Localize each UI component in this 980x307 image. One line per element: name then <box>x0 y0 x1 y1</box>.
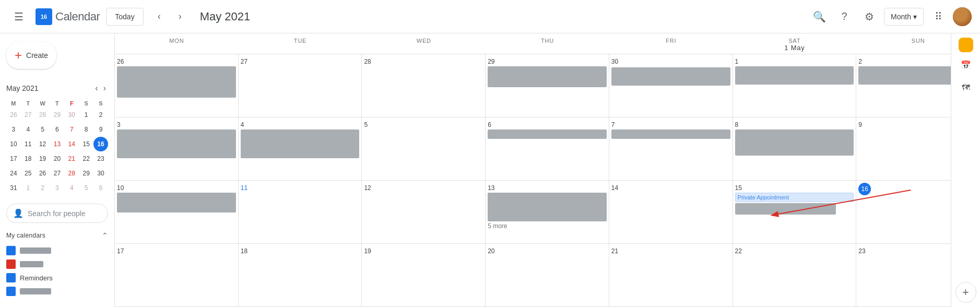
day-may-11[interactable]: 11 <box>239 181 362 243</box>
next-month-button[interactable]: › <box>171 7 190 26</box>
event-block[interactable] <box>611 129 730 139</box>
mini-day[interactable]: 27 <box>50 166 65 181</box>
mini-day[interactable]: 9 <box>93 122 108 137</box>
menu-button[interactable]: ☰ <box>8 6 29 27</box>
day-may-4[interactable]: 4 <box>239 117 362 180</box>
mini-day[interactable]: 8 <box>79 122 93 137</box>
event-block[interactable] <box>488 129 607 139</box>
day-apr-29[interactable]: 29 <box>486 54 609 117</box>
mini-day[interactable]: 4 <box>21 122 36 137</box>
view-selector[interactable]: Month ▾ <box>884 8 924 26</box>
mini-day[interactable]: 26 <box>6 108 21 122</box>
day-may-17[interactable]: 17 <box>115 244 239 306</box>
mini-day[interactable]: 29 <box>79 166 93 181</box>
day-apr-28[interactable]: 28 <box>362 54 486 117</box>
day-may-19[interactable]: 19 <box>362 244 486 306</box>
day-may-13[interactable]: 13 5 more <box>486 181 609 243</box>
mini-day[interactable]: 10 <box>6 137 21 151</box>
mini-day[interactable]: 31 <box>6 181 21 195</box>
search-people-input[interactable]: 👤 Search for people <box>6 204 108 223</box>
mini-day[interactable]: 22 <box>79 151 93 166</box>
search-button[interactable]: 🔍 <box>809 6 830 27</box>
my-calendars-collapse[interactable]: ⌃ <box>102 231 108 240</box>
day-may-1[interactable]: 1 <box>733 54 857 117</box>
mini-day[interactable]: 23 <box>93 151 108 166</box>
private-appointment-event[interactable]: Private Appointment <box>735 193 854 202</box>
day-may-15[interactable]: 15 Private Appointment <box>733 181 857 243</box>
right-icon-map[interactable]: 🗺 <box>955 77 976 98</box>
mini-day[interactable]: 3 <box>6 122 21 137</box>
event-block[interactable] <box>735 129 854 156</box>
day-may-7[interactable]: 7 <box>609 117 733 180</box>
day-may-18[interactable]: 18 <box>239 244 362 306</box>
calendar-checkbox-1[interactable] <box>6 246 16 255</box>
mini-prev-button[interactable]: ‹ <box>93 81 100 95</box>
event-block[interactable] <box>117 66 236 98</box>
mini-day[interactable]: 11 <box>21 137 36 151</box>
prev-month-button[interactable]: ‹ <box>150 7 169 26</box>
day-may-20[interactable]: 20 <box>486 244 609 306</box>
calendar-item-2[interactable] <box>0 257 114 271</box>
mini-day[interactable]: 30 <box>64 108 79 122</box>
mini-day[interactable]: 7 <box>64 122 79 137</box>
event-block[interactable] <box>735 66 854 85</box>
mini-day[interactable]: 29 <box>50 108 65 122</box>
apps-button[interactable]: ⠿ <box>928 6 949 27</box>
day-may-12[interactable]: 12 <box>362 181 486 243</box>
right-icon-yellow[interactable] <box>959 38 973 52</box>
settings-button[interactable]: ⚙ <box>859 6 880 27</box>
day-may-6[interactable]: 6 <box>486 117 609 180</box>
mini-day[interactable]: 18 <box>21 151 36 166</box>
event-block[interactable] <box>241 129 360 158</box>
event-block[interactable] <box>488 66 607 87</box>
mini-day[interactable]: 14 <box>64 137 79 151</box>
day-may-3[interactable]: 3 <box>115 117 239 180</box>
mini-day[interactable]: 2 <box>36 181 50 195</box>
mini-day[interactable]: 25 <box>21 166 36 181</box>
mini-day[interactable]: 2 <box>93 108 108 122</box>
event-block[interactable] <box>488 193 607 221</box>
mini-day[interactable]: 17 <box>6 151 21 166</box>
calendar-checkbox-3[interactable] <box>6 287 16 296</box>
mini-next-button[interactable]: › <box>101 81 108 95</box>
mini-day[interactable]: 28 <box>64 166 79 181</box>
calendar-item-1[interactable] <box>0 244 114 257</box>
mini-day[interactable]: 13 <box>50 137 65 151</box>
right-icon-calendar[interactable]: 📅 <box>955 54 976 75</box>
calendar-item-3[interactable] <box>0 285 114 298</box>
day-may-5[interactable]: 5 <box>362 117 486 180</box>
day-may-8[interactable]: 8 <box>733 117 857 180</box>
mini-day[interactable]: 6 <box>93 181 108 195</box>
mini-day-today[interactable]: 16 <box>93 137 108 151</box>
mini-day[interactable]: 28 <box>36 108 50 122</box>
today-button[interactable]: Today <box>106 8 143 26</box>
event-block[interactable] <box>117 129 236 158</box>
day-apr-30[interactable]: 30 <box>609 54 733 117</box>
mini-day[interactable]: 5 <box>79 181 93 195</box>
mini-day[interactable]: 6 <box>50 122 65 137</box>
mini-day[interactable]: 1 <box>79 108 93 122</box>
mini-day[interactable]: 19 <box>36 151 50 166</box>
calendar-checkbox-reminders[interactable] <box>6 273 16 282</box>
mini-day[interactable]: 27 <box>21 108 36 122</box>
mini-day[interactable]: 15 <box>79 137 93 151</box>
event-block[interactable] <box>117 193 236 212</box>
calendar-item-reminders[interactable]: Reminders <box>0 271 114 285</box>
avatar[interactable] <box>953 7 972 26</box>
mini-day[interactable]: 4 <box>64 181 79 195</box>
event-block[interactable] <box>611 67 730 86</box>
more-events-link[interactable]: 5 more <box>488 222 607 230</box>
day-may-10[interactable]: 10 <box>115 181 239 243</box>
day-may-22[interactable]: 22 <box>733 244 857 306</box>
mini-day[interactable]: 30 <box>93 166 108 181</box>
mini-day[interactable]: 1 <box>21 181 36 195</box>
mini-day[interactable]: 12 <box>36 137 50 151</box>
create-button[interactable]: + Create <box>6 42 56 69</box>
day-apr-26[interactable]: 26 <box>115 54 239 117</box>
day-may-21[interactable]: 21 <box>609 244 733 306</box>
day-apr-27[interactable]: 27 <box>239 54 362 117</box>
mini-day[interactable]: 5 <box>36 122 50 137</box>
event-block[interactable] <box>735 203 836 215</box>
help-button[interactable]: ? <box>834 6 855 27</box>
mini-day[interactable]: 24 <box>6 166 21 181</box>
